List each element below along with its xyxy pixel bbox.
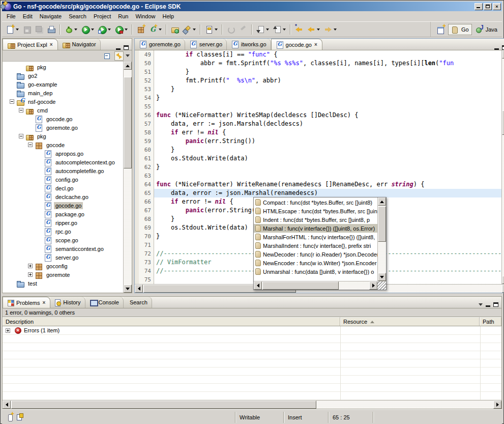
collapse-icon[interactable] [19, 108, 23, 112]
tree-item-declcache-go[interactable]: declcache.go [3, 192, 123, 201]
problems-row-errors[interactable]: ×Errors (1 item) [3, 326, 501, 335]
tree-item-go-example[interactable]: go-example [3, 80, 123, 89]
collapse-all-icon[interactable] [103, 51, 112, 61]
completion-item[interactable]: MarshalForHTML : func(v interface{}) ([]… [254, 233, 377, 241]
column-description[interactable]: Description [3, 317, 340, 326]
minimize-editor-icon[interactable] [494, 48, 499, 50]
maximize-button[interactable] [484, 3, 492, 10]
collapse-icon[interactable] [10, 99, 14, 104]
new-wizard-button[interactable] [5, 24, 20, 35]
menu-project[interactable]: Project [90, 12, 114, 21]
code-line[interactable]: 64func (*NiceFormatter) WriteRename(rena… [135, 180, 501, 189]
tree-scrollbar[interactable] [123, 62, 132, 293]
code-line[interactable]: 55 [135, 102, 501, 111]
code-line[interactable]: 51 } [135, 68, 501, 76]
code-line[interactable]: 65 data, error := json.Marshal(renamedes… [135, 189, 501, 197]
code-line[interactable]: 53 } [135, 85, 501, 94]
code-line[interactable]: 57 data, err := json.Marshal(decldescs) [135, 120, 501, 128]
external-tools-button[interactable] [113, 24, 129, 35]
maximize-editor-icon[interactable] [502, 45, 504, 50]
completion-item[interactable]: NewEncoder : func(w io.Writer) *json.Enc… [254, 259, 377, 267]
print-button[interactable] [46, 24, 57, 35]
maximize-view-icon[interactable] [124, 45, 129, 50]
tree-item-autocompletecontext-go[interactable]: autocompletecontext.go [3, 158, 123, 166]
scroll-thumb[interactable] [11, 401, 316, 409]
scroll-up-icon[interactable] [502, 50, 504, 59]
tree-item-scope-go[interactable]: scope.go [3, 236, 123, 244]
expand-icon[interactable] [28, 272, 33, 277]
popup-resize-grip[interactable] [377, 281, 386, 290]
annotation-navigation-icon[interactable] [16, 413, 23, 421]
dropdown-arrow-icon[interactable] [317, 29, 320, 32]
scroll-left-icon[interactable] [3, 401, 11, 409]
tree-item-cmd[interactable]: cmd [3, 106, 123, 115]
view-menu-icon[interactable] [126, 54, 130, 59]
tree-item-rpc-go[interactable]: rpc.go [3, 227, 123, 236]
tree-item-gocode-go[interactable]: gocode.go [3, 201, 123, 210]
completion-item[interactable]: MarshalIndent : func(v interface{}, pref… [254, 241, 377, 250]
minimize-view-icon[interactable] [116, 48, 121, 50]
completion-item[interactable]: Compact : func(dst *bytes.Buffer, src []… [254, 198, 377, 207]
tree-item-config-go[interactable]: config.go [3, 175, 123, 184]
dropdown-arrow-icon[interactable] [74, 29, 77, 32]
dropdown-arrow-icon[interactable] [215, 29, 218, 32]
previous-annotation-button[interactable] [272, 24, 287, 35]
dropdown-arrow-icon[interactable] [125, 29, 128, 32]
tree-item-package-go[interactable]: package.go [3, 210, 123, 218]
tree-item-main-dep[interactable]: main_dep [3, 89, 123, 97]
perspective-java[interactable]: Java [473, 24, 500, 35]
tree-item-gocode[interactable]: gocode [3, 140, 123, 149]
scroll-right-icon[interactable] [493, 401, 501, 409]
perspective-go[interactable]: Go [448, 24, 472, 35]
tab-console[interactable]: Console [85, 297, 124, 308]
tab-navigator[interactable]: Navigator [58, 39, 101, 50]
code-line[interactable]: 61 os.Stdout.Write(data) [135, 154, 501, 163]
dropdown-arrow-icon[interactable] [159, 29, 162, 32]
tree-item-pkg[interactable]: pkg [3, 132, 123, 140]
code-line[interactable]: 63 [135, 172, 501, 180]
tree-item-goremote[interactable]: goremote [3, 270, 123, 279]
scroll-thumb[interactable] [378, 206, 386, 242]
tree-item-autocompletefile-go[interactable]: autocompletefile.go [3, 166, 123, 175]
tree-item-pkg[interactable]: pkg [3, 63, 123, 71]
editor-vertical-scrollbar[interactable] [501, 50, 504, 284]
minimize-view-icon[interactable] [486, 305, 490, 307]
open-resource-button[interactable] [169, 24, 181, 35]
code-line[interactable]: 60 } [135, 146, 501, 154]
completion-item[interactable]: Marshal : func(v interface{}) ([]uint8, … [254, 224, 377, 233]
close-tab-icon[interactable]: × [49, 42, 53, 47]
scroll-right-icon[interactable] [502, 285, 504, 293]
dropdown-arrow-icon[interactable] [283, 29, 286, 32]
code-line[interactable]: 54} [135, 94, 501, 102]
dropdown-arrow-icon[interactable] [193, 29, 196, 32]
close-tab-icon[interactable]: × [314, 42, 318, 47]
search-button[interactable] [182, 24, 197, 35]
fast-view-icon[interactable] [7, 413, 13, 421]
code-line[interactable]: 56func (*NiceFormatter) WriteSMap(declde… [135, 111, 501, 120]
view-menu-icon[interactable] [479, 303, 483, 308]
tab-problems[interactable]: Problems× [3, 297, 50, 308]
menu-help[interactable]: Help [159, 12, 178, 21]
tree-item-goconfig[interactable]: goconfig [3, 262, 123, 270]
window-titlebar[interactable]: Go - nsf-gocode/src/pkg/gocode/gocode.go… [2, 2, 502, 11]
scroll-thumb[interactable] [502, 110, 504, 135]
collapse-icon[interactable] [28, 143, 33, 147]
menu-window[interactable]: Window [132, 12, 159, 21]
column-resource[interactable]: Resource [340, 317, 480, 326]
menu-file[interactable]: File [3, 12, 19, 21]
tree-item-goremote-go[interactable]: goremote.go [3, 123, 123, 132]
tree-item-gocode-go[interactable]: gocode.go [3, 115, 123, 123]
scroll-left-icon[interactable] [254, 281, 262, 290]
close-tab-icon[interactable]: × [42, 300, 46, 305]
dropdown-arrow-icon[interactable] [108, 29, 111, 32]
tree-item-test[interactable]: test [3, 279, 123, 288]
next-annotation-button[interactable] [255, 24, 271, 35]
menu-edit[interactable]: Edit [19, 12, 36, 21]
open-perspective-button[interactable] [435, 24, 447, 35]
scroll-up-icon[interactable] [124, 62, 132, 70]
tab-server-go[interactable]: server.go [185, 39, 227, 50]
tab-history[interactable]: History [50, 297, 85, 308]
minimize-button[interactable] [475, 3, 483, 10]
scroll-left-icon[interactable] [135, 285, 143, 293]
code-line[interactable]: 59 panic(err.String()) [135, 137, 501, 146]
